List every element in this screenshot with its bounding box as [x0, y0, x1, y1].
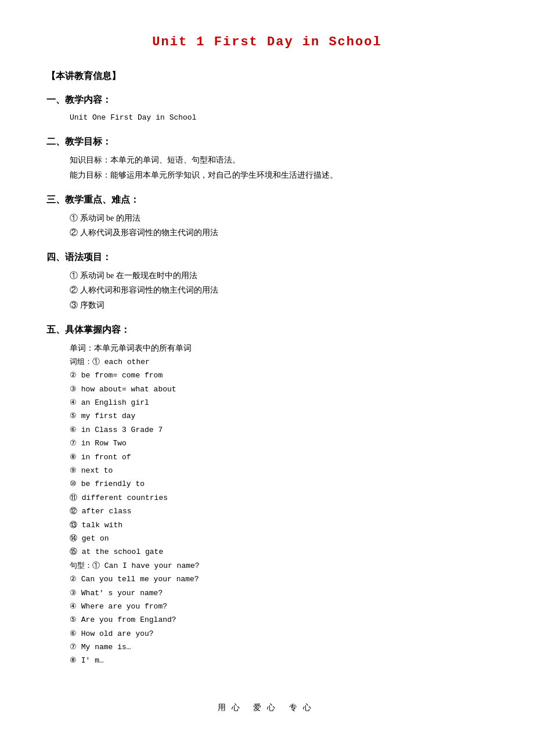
page-title: Unit 1 First Day in School — [46, 35, 488, 49]
section-5-sentences-list: ② Can you tell me your name?③ What' s yo… — [46, 573, 488, 668]
phrase-item-3: ⑤ my first day — [46, 409, 488, 423]
section-4-content-0: ① 系动词 be 在一般现在时中的用法 — [46, 268, 488, 283]
phrase-item-9: ⑪ different countries — [46, 491, 488, 505]
sentence-item-5: ⑦ My name is… — [46, 640, 488, 654]
bracket-header: 【本讲教育信息】 — [46, 70, 488, 82]
phrase-item-2: ④ an English girl — [46, 396, 488, 409]
section-3-label: 三、教学重点、难点： — [46, 194, 488, 206]
section-2-content-1: 能力目标：能够运用本单元所学知识，对自己的学生环境和生活进行描述。 — [46, 168, 488, 182]
phrase-item-6: ⑧ in front of — [46, 451, 488, 464]
phrase-item-12: ⑭ get on — [46, 532, 488, 545]
section-5-label: 五、具体掌握内容： — [46, 324, 488, 336]
section-5-phrases-list: ② be from= come from③ how about= what ab… — [46, 369, 488, 559]
sentence-item-0: ② Can you tell me your name? — [46, 573, 488, 586]
section-4: 四、语法项目： ① 系动词 be 在一般现在时中的用法 ② 人称代词和形容词性的… — [46, 251, 488, 312]
section-5-phrases-label: 词组：① each other — [46, 355, 488, 369]
footer: 用心 爱心 专心 — [46, 703, 488, 713]
section-1-content-0: Unit One First Day in School — [46, 111, 488, 124]
section-1-label: 一、教学内容： — [46, 94, 488, 106]
sentence-item-6: ⑧ I' m… — [46, 654, 488, 667]
section-2-label: 二、教学目标： — [46, 136, 488, 148]
phrase-item-1: ③ how about= what about — [46, 383, 488, 396]
sentence-item-3: ⑤ Are you from England? — [46, 613, 488, 627]
phrase-item-8: ⑩ be friendly to — [46, 477, 488, 491]
phrase-item-11: ⑬ talk with — [46, 519, 488, 532]
phrase-item-5: ⑦ in Row Two — [46, 437, 488, 450]
section-5: 五、具体掌握内容： 单词：本单元单词表中的所有单词 词组：① each othe… — [46, 324, 488, 668]
phrase-item-0: ② be from= come from — [46, 369, 488, 382]
section-2-content-0: 知识目标：本单元的单词、短语、句型和语法。 — [46, 153, 488, 167]
section-5-words-label: 单词：本单元单词表中的所有单词 — [46, 341, 488, 355]
sentence-item-1: ③ What' s your name? — [46, 586, 488, 600]
section-1: 一、教学内容： Unit One First Day in School — [46, 94, 488, 124]
section-4-content-2: ③ 序数词 — [46, 298, 488, 312]
phrase-item-13: ⑮ at the school gate — [46, 545, 488, 559]
phrase-item-7: ⑨ next to — [46, 464, 488, 477]
section-4-label: 四、语法项目： — [46, 251, 488, 264]
section-3-content-1: ② 人称代词及形容词性的物主代词的用法 — [46, 225, 488, 240]
phrase-item-4: ⑥ in Class 3 Grade 7 — [46, 423, 488, 437]
section-4-content-1: ② 人称代词和形容词性的物主代词的用法 — [46, 283, 488, 297]
section-3: 三、教学重点、难点： ① 系动词 be 的用法 ② 人称代词及形容词性的物主代词… — [46, 194, 488, 240]
sentence-item-4: ⑥ How old are you? — [46, 627, 488, 640]
section-3-content-0: ① 系动词 be 的用法 — [46, 211, 488, 225]
sentence-item-2: ④ Where are you from? — [46, 600, 488, 613]
phrase-item-10: ⑫ after class — [46, 505, 488, 518]
section-2: 二、教学目标： 知识目标：本单元的单词、短语、句型和语法。 能力目标：能够运用本… — [46, 136, 488, 182]
section-5-sentences-label: 句型：① Can I have your name? — [46, 559, 488, 573]
